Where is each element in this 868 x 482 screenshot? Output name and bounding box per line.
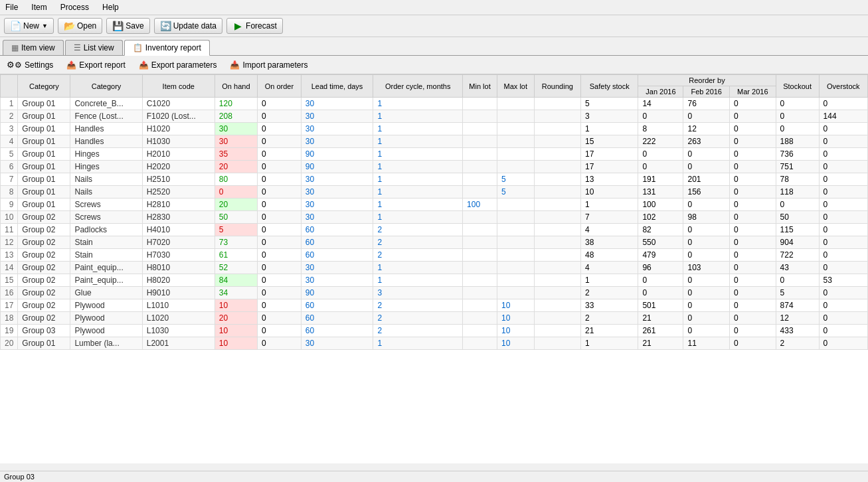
export-report-button[interactable]: 📤 Export report [64, 59, 128, 71]
table-row: 1 Group 01 Concrete_B... C1020 120 0 30 … [1, 98, 868, 110]
cell-cat2: Plywood [70, 325, 142, 337]
open-button[interactable]: Open [58, 18, 102, 34]
cell-mar: 0 [730, 312, 776, 325]
import-parameters-icon: 📥 [230, 60, 240, 70]
cell-cat1: Group 01 [18, 161, 70, 173]
cell-cycle: 1 [373, 98, 463, 110]
cell-maxlot: 5 [497, 186, 534, 199]
cell-overstock: 0 [819, 135, 867, 148]
cell-mar: 0 [730, 287, 776, 299]
actionbar: ⚙ Settings 📤 Export report 📤 Export para… [0, 56, 868, 74]
cell-safety: 17 [581, 161, 638, 173]
save-button[interactable]: Save [106, 18, 149, 34]
settings-label: Settings [25, 60, 53, 70]
cell-safety: 38 [581, 236, 638, 249]
cell-lead: 60 [301, 249, 373, 262]
import-parameters-button[interactable]: 📥 Import parameters [227, 59, 310, 71]
col-header-leadtime: Lead time, days [301, 75, 373, 98]
tab-item-view-label: Item view [21, 43, 55, 52]
cell-cat2: Handles [70, 123, 142, 135]
cell-rounding [534, 173, 580, 186]
cell-cat2: Paint_equip... [70, 274, 142, 287]
cell-cycle: 1 [373, 110, 463, 123]
cell-minlot [463, 211, 497, 224]
cell-overstock: 0 [819, 148, 867, 161]
cell-safety: 1 [581, 274, 638, 287]
cell-rownum: 12 [1, 236, 18, 249]
cell-minlot [463, 325, 497, 337]
cell-cat2: Lumber (la... [70, 337, 142, 350]
menu-file[interactable]: File [3, 1, 21, 13]
tab-inventory-report[interactable]: Inventory report [124, 40, 210, 56]
export-parameters-button[interactable]: 📤 Export parameters [136, 59, 220, 71]
cell-rownum: 16 [1, 287, 18, 299]
cell-onorder: 0 [258, 161, 302, 173]
cell-rownum: 1 [1, 98, 18, 110]
cell-stockout: 751 [776, 161, 819, 173]
col-header-overstock: Overstock [819, 75, 867, 98]
cell-jan: 222 [638, 135, 683, 148]
cell-onorder: 0 [258, 325, 302, 337]
cell-feb: 0 [683, 161, 730, 173]
cell-minlot [463, 173, 497, 186]
cell-mar: 0 [730, 236, 776, 249]
cell-minlot: 100 [463, 199, 497, 211]
open-label: Open [77, 21, 96, 31]
table-row: 19 Group 03 Plywood L1030 10 0 60 2 10 2… [1, 325, 868, 337]
cell-rownum: 2 [1, 110, 18, 123]
cell-rounding [534, 123, 580, 135]
cell-jan: 8 [638, 123, 683, 135]
cell-feb: 76 [683, 98, 730, 110]
update-button[interactable]: Update data [154, 18, 222, 34]
inventory-table-container[interactable]: Category Category Item code On hand On o… [0, 74, 868, 463]
col-header-mar2016: Mar 2016 [730, 86, 776, 98]
cell-safety: 1 [581, 199, 638, 211]
cell-cat1: Group 01 [18, 148, 70, 161]
tab-item-view[interactable]: Item view [3, 40, 64, 55]
cell-onhand: 30 [215, 123, 257, 135]
cell-onorder: 0 [258, 224, 302, 236]
table-row: 16 Group 02 Glue H9010 34 0 90 3 2 0 0 0… [1, 287, 868, 299]
cell-feb: 201 [683, 173, 730, 186]
cell-onhand: 52 [215, 262, 257, 274]
new-button[interactable]: New ▼ [4, 18, 54, 34]
tab-list-view[interactable]: List view [65, 40, 123, 55]
cell-maxlot [497, 161, 534, 173]
cell-overstock: 0 [819, 262, 867, 274]
forecast-button[interactable]: Forecast [226, 18, 283, 34]
cell-rownum: 17 [1, 299, 18, 312]
col-header-safetystock: Safety stock [581, 75, 638, 98]
settings-icon: ⚙ [7, 60, 22, 70]
cell-jan: 0 [638, 110, 683, 123]
settings-button[interactable]: ⚙ Settings [4, 58, 56, 71]
menu-process[interactable]: Process [58, 1, 92, 13]
cell-lead: 30 [301, 211, 373, 224]
cell-cycle: 1 [373, 161, 463, 173]
col-header-cat2: Category [70, 75, 142, 98]
cell-itemcode: H7020 [142, 236, 215, 249]
cell-stockout: 0 [776, 199, 819, 211]
cell-cycle: 2 [373, 299, 463, 312]
cell-mar: 0 [730, 173, 776, 186]
cell-safety: 1 [581, 123, 638, 135]
cell-maxlot [497, 224, 534, 236]
cell-mar: 0 [730, 186, 776, 199]
cell-mar: 0 [730, 249, 776, 262]
cell-cat2: Hinges [70, 161, 142, 173]
cell-cycle: 1 [373, 337, 463, 350]
menu-item[interactable]: Item [29, 1, 49, 13]
cell-rownum: 10 [1, 211, 18, 224]
col-header-onorder: On order [258, 75, 302, 98]
new-label: New [23, 21, 39, 31]
menu-help[interactable]: Help [100, 1, 122, 13]
cell-safety: 1 [581, 337, 638, 350]
cell-onhand: 0 [215, 186, 257, 199]
cell-jan: 0 [638, 148, 683, 161]
cell-onorder: 0 [258, 312, 302, 325]
cell-minlot [463, 299, 497, 312]
col-header-itemcode: Item code [142, 75, 215, 98]
cell-safety: 4 [581, 224, 638, 236]
cell-cycle: 2 [373, 236, 463, 249]
cell-minlot [463, 274, 497, 287]
cell-rounding [534, 299, 580, 312]
